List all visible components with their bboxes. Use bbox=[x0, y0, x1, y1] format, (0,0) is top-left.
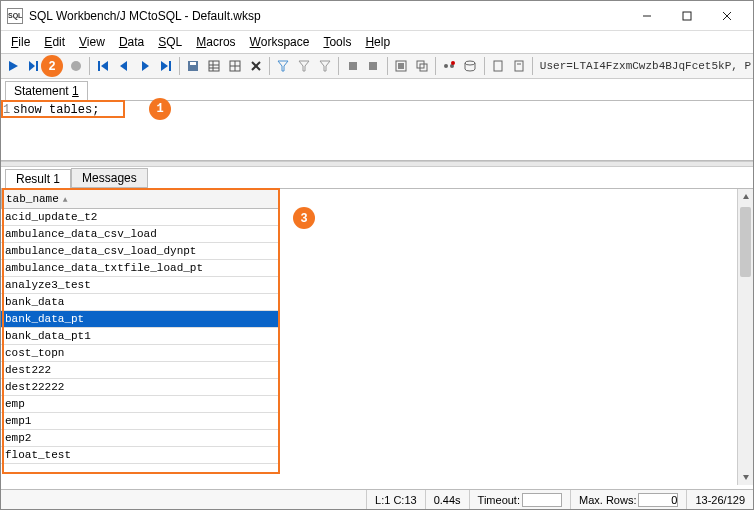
result-area: tab_name ▲ acid_update_t2ambulance_data_… bbox=[1, 189, 753, 485]
svg-marker-12 bbox=[142, 61, 149, 71]
svg-point-37 bbox=[451, 61, 455, 65]
svg-point-35 bbox=[444, 64, 448, 68]
status-cursor: L:1 C:13 bbox=[366, 490, 425, 509]
svg-marker-11 bbox=[120, 61, 127, 71]
scroll-down-icon[interactable] bbox=[738, 469, 753, 485]
svg-marker-27 bbox=[299, 61, 309, 71]
column-header-label: tab_name bbox=[6, 193, 59, 205]
filter-add-icon[interactable] bbox=[316, 56, 335, 76]
rollback-icon[interactable] bbox=[364, 56, 383, 76]
separator bbox=[179, 57, 180, 75]
table-row[interactable]: analyze3_test bbox=[1, 277, 279, 294]
menu-sql[interactable]: SQL bbox=[152, 33, 188, 51]
doc-icon[interactable] bbox=[488, 56, 507, 76]
toolbar: User=LTAI4FzxmCwzb4BJqFcet5kP, P 2 bbox=[1, 53, 753, 79]
grid-edit-icon[interactable] bbox=[226, 56, 245, 76]
nav-next-button[interactable] bbox=[136, 56, 155, 76]
stop-button-2[interactable] bbox=[66, 56, 85, 76]
sort-asc-icon: ▲ bbox=[63, 195, 68, 204]
menubar: File Edit View Data SQL Macros Workspace… bbox=[1, 31, 753, 53]
status-range: 13-26/129 bbox=[686, 490, 753, 509]
table-row[interactable]: emp1 bbox=[1, 413, 279, 430]
svg-rect-6 bbox=[36, 61, 38, 71]
table-row[interactable]: dest22222 bbox=[1, 379, 279, 396]
table-row[interactable]: bank_data_pt bbox=[1, 311, 279, 328]
svg-marker-10 bbox=[101, 61, 108, 71]
svg-marker-28 bbox=[320, 61, 330, 71]
append-icon[interactable] bbox=[392, 56, 411, 76]
table-row[interactable]: float_test bbox=[1, 447, 279, 464]
table-row[interactable]: ambulance_data_txtfile_load_pt bbox=[1, 260, 279, 277]
menu-workspace[interactable]: Workspace bbox=[244, 33, 316, 51]
table-row[interactable]: ambulance_data_csv_load bbox=[1, 226, 279, 243]
tab-messages[interactable]: Messages bbox=[71, 168, 148, 188]
sql-editor[interactable]: 1 show tables; 1 bbox=[1, 101, 753, 161]
menu-file[interactable]: File bbox=[5, 33, 36, 51]
statement-tabs: Statement 1 bbox=[1, 79, 753, 101]
separator bbox=[387, 57, 388, 75]
svg-rect-1 bbox=[683, 12, 691, 20]
separator bbox=[484, 57, 485, 75]
table-row[interactable]: emp2 bbox=[1, 430, 279, 447]
svg-marker-4 bbox=[9, 61, 18, 71]
table-row[interactable]: dest222 bbox=[1, 362, 279, 379]
column-header-tab-name[interactable]: tab_name ▲ bbox=[1, 189, 279, 209]
svg-rect-9 bbox=[98, 61, 100, 71]
statusbar: L:1 C:13 0.44s Timeout: Max. Rows: 13-26… bbox=[1, 489, 753, 509]
result-blank-area: 3 bbox=[279, 189, 753, 485]
table-row[interactable]: cost_topn bbox=[1, 345, 279, 362]
separator bbox=[435, 57, 436, 75]
timeout-label: Timeout: bbox=[478, 494, 520, 506]
app-icon: SQL bbox=[7, 8, 23, 24]
svg-rect-40 bbox=[515, 61, 523, 71]
tab-result-1[interactable]: Result 1 bbox=[5, 169, 71, 189]
save-icon[interactable] bbox=[184, 56, 203, 76]
run-button[interactable] bbox=[4, 56, 23, 76]
menu-help[interactable]: Help bbox=[359, 33, 396, 51]
delete-icon[interactable] bbox=[246, 56, 265, 76]
stop-button[interactable] bbox=[46, 56, 65, 76]
table-row[interactable]: emp bbox=[1, 396, 279, 413]
svg-marker-26 bbox=[278, 61, 288, 71]
table-row[interactable]: ambulance_data_csv_load_dynpt bbox=[1, 243, 279, 260]
minimize-button[interactable] bbox=[627, 2, 667, 30]
svg-point-38 bbox=[465, 61, 475, 65]
close-button[interactable] bbox=[707, 2, 747, 30]
table-row[interactable]: acid_update_t2 bbox=[1, 209, 279, 226]
grid-icon[interactable] bbox=[205, 56, 224, 76]
menu-view[interactable]: View bbox=[73, 33, 111, 51]
scroll-up-icon[interactable] bbox=[738, 189, 753, 205]
nav-first-button[interactable] bbox=[94, 56, 113, 76]
nav-prev-button[interactable] bbox=[115, 56, 134, 76]
maxrows-input[interactable] bbox=[638, 493, 678, 507]
svg-point-7 bbox=[50, 61, 60, 71]
svg-rect-29 bbox=[349, 62, 357, 70]
menu-tools[interactable]: Tools bbox=[317, 33, 357, 51]
run-current-button[interactable] bbox=[25, 56, 44, 76]
menu-data[interactable]: Data bbox=[113, 33, 150, 51]
connect-icon[interactable] bbox=[440, 56, 459, 76]
svg-rect-14 bbox=[169, 61, 171, 71]
filter-clear-icon[interactable] bbox=[295, 56, 314, 76]
maximize-button[interactable] bbox=[667, 2, 707, 30]
editor-code: show tables; bbox=[13, 103, 99, 117]
db-icon[interactable] bbox=[461, 56, 480, 76]
menu-edit[interactable]: Edit bbox=[38, 33, 71, 51]
commit-icon[interactable] bbox=[343, 56, 362, 76]
copy-icon[interactable] bbox=[412, 56, 431, 76]
svg-point-8 bbox=[71, 61, 81, 71]
statement-tab-1[interactable]: Statement 1 bbox=[5, 81, 88, 101]
separator bbox=[532, 57, 533, 75]
table-row[interactable]: bank_data bbox=[1, 294, 279, 311]
filter-icon[interactable] bbox=[274, 56, 293, 76]
table-body: acid_update_t2ambulance_data_csv_loadamb… bbox=[1, 209, 279, 464]
doc2-icon[interactable] bbox=[509, 56, 528, 76]
callout-1: 1 bbox=[149, 98, 171, 120]
table-row[interactable]: bank_data_pt1 bbox=[1, 328, 279, 345]
connection-label: User=LTAI4FzxmCwzb4BJqFcet5kP, P bbox=[540, 60, 751, 72]
nav-last-button[interactable] bbox=[156, 56, 175, 76]
menu-macros[interactable]: Macros bbox=[190, 33, 241, 51]
vertical-scrollbar[interactable] bbox=[737, 189, 753, 485]
scroll-thumb[interactable] bbox=[740, 207, 751, 277]
timeout-input[interactable] bbox=[522, 493, 562, 507]
